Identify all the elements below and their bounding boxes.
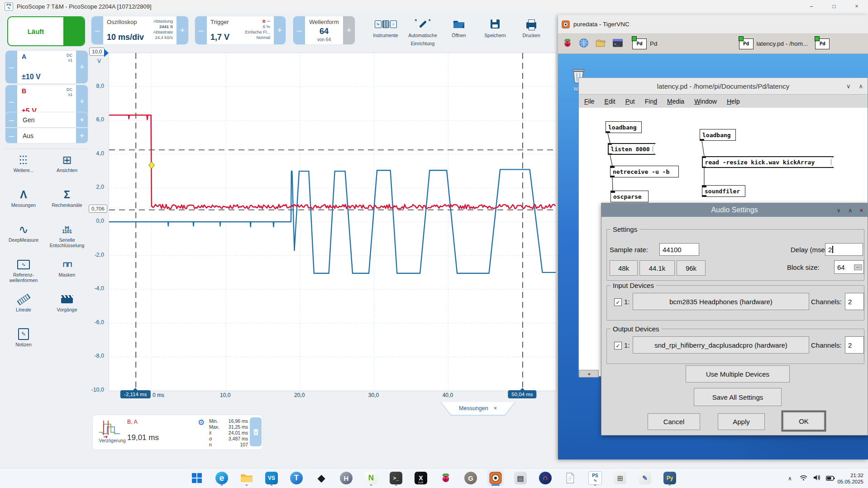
pi-task-latency[interactable]: Pd latency.pd - /hom... [739, 38, 808, 49]
time-ruler-badge[interactable]: -2,114 ms [120, 390, 150, 398]
sidebar-tool-actions[interactable]: Vorgänge [46, 292, 88, 312]
trigger-plus-button[interactable]: + [274, 16, 286, 44]
waveform-prev-button[interactable]: – [293, 16, 305, 44]
horizontal-ruler-badge[interactable]: 0,706 [89, 205, 107, 213]
timebase-value[interactable]: 10 ms/div [107, 33, 144, 42]
pd-object-box[interactable]: loadbang [700, 129, 736, 141]
generator-off-row[interactable]: – Aus + [5, 128, 88, 143]
taskbar-python-icon[interactable]: Py [662, 470, 678, 486]
timebase-plus-button[interactable]: + [176, 16, 188, 44]
pd-menu-edit[interactable]: Edit [605, 98, 615, 105]
sidebar-tool-notes[interactable]: ✎Notizen [3, 326, 44, 347]
taskbar-file-explorer-icon[interactable] [238, 470, 255, 486]
generator-row[interactable]: – Gen + [5, 112, 88, 127]
pd-window-minimize[interactable]: ∨ [846, 83, 851, 90]
battery-icon[interactable] [824, 474, 837, 483]
taskbar-raspberry-pi-icon[interactable] [438, 470, 454, 486]
output-device-checkbox[interactable]: ✓ [614, 342, 622, 349]
auto-setup-button[interactable]: ★★ Automatische Einrichtung [404, 17, 442, 47]
pd-menu-media[interactable]: Media [667, 98, 684, 105]
pi-task-pd[interactable]: Pd Pd [632, 38, 658, 49]
pd-object-box[interactable]: loadbang [606, 121, 642, 133]
channel-a-minus-button[interactable]: – [5, 51, 17, 83]
taskbar-picoscope-icon[interactable]: PS∿ [587, 470, 603, 486]
input-device-button[interactable]: bcm2835 Headphones (hardware) [633, 293, 809, 310]
channel-a-range[interactable]: ±10 V [22, 73, 41, 81]
time-ruler-badge[interactable]: 50,04 ms [508, 390, 536, 398]
pd-menu-help[interactable]: Help [727, 98, 740, 105]
pd-message-box[interactable]: listen 8000 [608, 143, 656, 155]
taskbar-notepad-plus-plus-icon[interactable]: N [363, 470, 379, 486]
measurements-tab-close-icon[interactable]: × [494, 405, 497, 411]
taskbar-edge-icon[interactable]: e [214, 470, 230, 486]
rate-44k-button[interactable]: 44.1k [639, 260, 675, 276]
pd-menu-file[interactable]: File [584, 98, 595, 105]
taskbar-start-icon[interactable] [189, 470, 205, 486]
tray-chevron-up-icon[interactable]: ∧ [783, 475, 796, 482]
save-button[interactable]: Speichern [476, 17, 514, 39]
delay-input[interactable]: 2 [825, 243, 863, 256]
taskbar-thunderbird-icon[interactable]: T [288, 470, 305, 486]
pi-terminal-icon[interactable]: >_ [612, 38, 623, 49]
pi-filemanager-icon[interactable] [595, 38, 606, 49]
taskbar-tigervnc-icon[interactable] [487, 470, 504, 486]
wifi-icon[interactable] [796, 474, 810, 483]
ok-button[interactable]: OK [783, 412, 825, 430]
pd-menu-find[interactable]: Find [645, 98, 657, 105]
pd-object-box[interactable]: soundfiler [702, 185, 745, 197]
pi-menu-raspberry-icon[interactable] [563, 38, 572, 50]
sidebar-tool-more[interactable]: ●●●●●●●●●Weitere... [3, 152, 44, 173]
pd-window-maximize[interactable]: ∧ [858, 83, 863, 90]
sidebar-tool-masks[interactable]: ⊓⊓Masken [46, 257, 88, 277]
measurement-panel[interactable]: Verzögerung B, A 19,01 ms ⚙ Min.16,96 ms… [92, 415, 263, 450]
scope-plot-area[interactable] [109, 53, 556, 391]
channel-a-card[interactable]: – A DCx1 ±10 V + [5, 51, 88, 83]
timebase-minus-button[interactable]: – [91, 16, 103, 44]
taskbar-vscode-icon[interactable]: VS [263, 470, 280, 486]
sidebar-tool-measurements[interactable]: ΛMessungen [3, 187, 44, 208]
sidebar-tool-serial-decoding[interactable]: ⋈1101Serielle Entschlüsselung [46, 222, 88, 248]
pd-window-titlebar[interactable]: latency.pd - /home/pi/Documents/Pd/laten… [579, 78, 868, 95]
maximize-button[interactable]: □ [823, 0, 845, 13]
sidebar-tool-rulers[interactable]: Lineale [3, 292, 44, 312]
input-device-checkbox[interactable]: ✓ [614, 298, 622, 306]
rate-48k-button[interactable]: 48k [610, 260, 638, 276]
run-indicator[interactable] [63, 17, 84, 45]
dialog-close[interactable]: × [859, 207, 863, 214]
taskbar-audacity-icon[interactable]: ∩ [537, 470, 553, 486]
taskbar-handbrake-icon[interactable]: H [338, 470, 354, 486]
apply-button[interactable]: Apply [718, 413, 765, 430]
output-device-button[interactable]: snd_rpi_hifiberry_dacplusadcpro (hardwar… [633, 336, 809, 354]
pd-message-box[interactable]: read -resize kick.wav kickArray [702, 156, 834, 168]
output-channels-input[interactable]: 2 [845, 336, 864, 354]
dialog-minimize[interactable]: ∨ [836, 207, 841, 214]
taskbar-notepad-icon[interactable] [562, 470, 578, 486]
taskbar-gimp-icon[interactable]: G [463, 470, 479, 486]
audio-settings-titlebar[interactable]: Audio Settings ∨ ∧ × [601, 203, 868, 217]
instruments-button[interactable]: ∿○ Instrumente [367, 17, 405, 39]
pi-browser-icon[interactable] [579, 38, 589, 50]
y-axis-top-badge[interactable]: 10,0 [89, 48, 105, 56]
run-stop-control[interactable]: Läuft [7, 16, 85, 46]
waveform-next-button[interactable]: + [343, 16, 355, 44]
sample-rate-input[interactable]: 44100 [659, 243, 699, 256]
dialog-maximize[interactable]: ∧ [848, 207, 853, 214]
volume-icon[interactable] [810, 474, 824, 483]
taskbar-inkscape-icon[interactable]: ◆ [313, 470, 329, 486]
use-multiple-devices-button[interactable]: Use Multiple Devices [686, 365, 790, 383]
sidebar-tool-math-channels[interactable]: ΣRechenkanäle [46, 187, 88, 208]
print-button[interactable]: Drucken [512, 17, 550, 39]
sidebar-tool-deepmeasure[interactable]: ∿DeepMeasure [3, 222, 44, 243]
pd-menu-put[interactable]: Put [625, 98, 635, 105]
generator-off-minus-button[interactable]: – [5, 128, 17, 143]
sidebar-tool-views[interactable]: ⊞Ansichten [46, 152, 88, 173]
pd-object-box[interactable]: oscparse [610, 191, 649, 202]
pd-hscrollbar-fragment[interactable]: ◄ [579, 370, 599, 378]
taskbar-x-air-icon[interactable]: XAIR [413, 470, 429, 486]
cancel-button[interactable]: Cancel [648, 413, 700, 430]
pi-task-extra-pd[interactable]: Pd [815, 38, 830, 49]
sidebar-tool-reference-waveforms[interactable]: ∿Referenz- wellenformen [3, 257, 44, 283]
generator-minus-button[interactable]: – [5, 112, 17, 127]
open-button[interactable]: Öffnen [440, 17, 478, 39]
input-channels-input[interactable]: 2 [845, 293, 864, 310]
